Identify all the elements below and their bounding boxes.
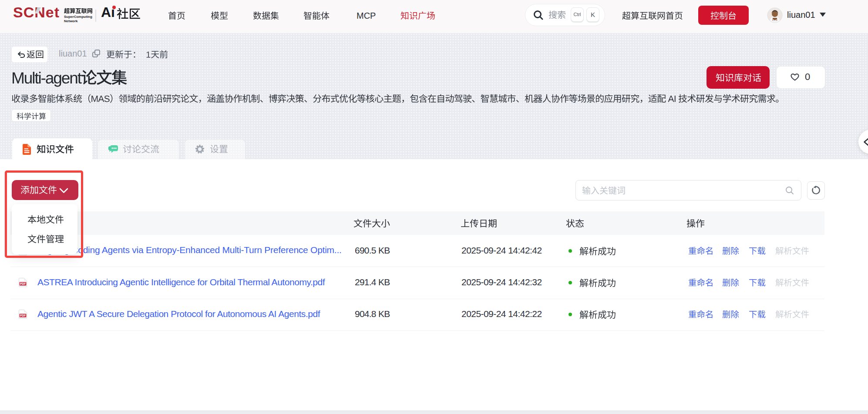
svg-text:PDF: PDF: [20, 314, 26, 317]
svg-text:PDF: PDF: [20, 282, 26, 285]
